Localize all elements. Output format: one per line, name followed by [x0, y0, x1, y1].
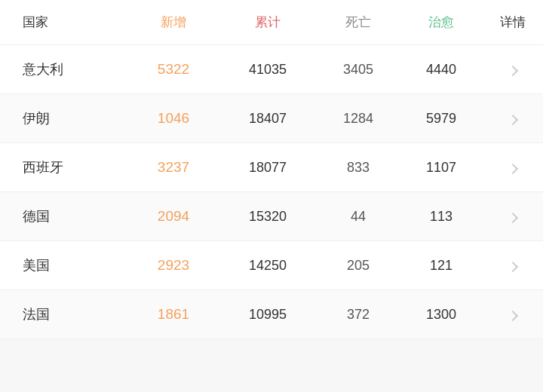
table-row[interactable]: 美国 2923 14250 205 121 [0, 241, 543, 290]
table-row[interactable]: 意大利 5322 41035 3405 4440 [0, 45, 543, 94]
chevron-right-icon [508, 212, 518, 222]
cell-cumulative: 15320 [219, 209, 317, 225]
cell-deaths: 1284 [317, 111, 400, 127]
chevron-right-icon [508, 65, 518, 75]
cell-recovered: 5979 [400, 111, 483, 127]
table-row[interactable]: 德国 2094 15320 44 113 [0, 192, 543, 241]
table-row[interactable]: 西班牙 3237 18077 833 1107 [0, 143, 543, 192]
table-header: 国家 新增 累计 死亡 治愈 详情 [0, 0, 543, 45]
cell-new-cases: 5322 [128, 61, 219, 78]
cell-recovered: 1300 [400, 307, 483, 323]
header-detail: 详情 [483, 14, 543, 31]
cell-country: 伊朗 [23, 109, 128, 127]
cell-cumulative: 18077 [219, 160, 317, 176]
covid-table: 国家 新增 累计 死亡 治愈 详情 意大利 5322 41035 3405 44… [0, 0, 543, 392]
cell-deaths: 833 [317, 160, 400, 176]
cell-detail[interactable] [483, 159, 543, 176]
cell-new-cases: 1046 [128, 110, 219, 127]
chevron-right-icon [508, 310, 518, 320]
header-cumulative: 累计 [219, 14, 317, 31]
cell-cumulative: 18407 [219, 111, 317, 127]
cell-cumulative: 41035 [219, 62, 317, 78]
cell-deaths: 44 [317, 209, 400, 225]
table-row[interactable]: 伊朗 1046 18407 1284 5979 [0, 94, 543, 143]
chevron-right-icon [508, 261, 518, 271]
cell-deaths: 205 [317, 258, 400, 274]
header-new-cases: 新增 [128, 14, 219, 31]
cell-cumulative: 10995 [219, 307, 317, 323]
cell-deaths: 3405 [317, 62, 400, 78]
cell-recovered: 121 [400, 258, 483, 274]
cell-new-cases: 2094 [128, 208, 219, 225]
cell-country: 美国 [23, 256, 128, 274]
header-country: 国家 [23, 14, 128, 31]
cell-new-cases: 2923 [128, 257, 219, 274]
cell-detail[interactable] [483, 257, 543, 274]
table-body: 意大利 5322 41035 3405 4440 伊朗 1046 18407 1… [0, 45, 543, 339]
chevron-right-icon [508, 114, 518, 124]
cell-recovered: 1107 [400, 160, 483, 176]
cell-detail[interactable] [483, 306, 543, 323]
cell-detail[interactable] [483, 208, 543, 225]
chevron-right-icon [508, 163, 518, 173]
header-deaths: 死亡 [317, 14, 400, 31]
cell-country: 意大利 [23, 60, 128, 78]
cell-deaths: 372 [317, 307, 400, 323]
header-recovered: 治愈 [400, 14, 483, 31]
cell-recovered: 4440 [400, 62, 483, 78]
cell-country: 德国 [23, 207, 128, 225]
cell-new-cases: 3237 [128, 159, 219, 176]
cell-recovered: 113 [400, 209, 483, 225]
cell-detail[interactable] [483, 61, 543, 78]
cell-cumulative: 14250 [219, 258, 317, 274]
cell-country: 西班牙 [23, 158, 128, 176]
cell-new-cases: 1861 [128, 306, 219, 323]
cell-detail[interactable] [483, 110, 543, 127]
table-row[interactable]: 法国 1861 10995 372 1300 [0, 290, 543, 339]
cell-country: 法国 [23, 305, 128, 323]
